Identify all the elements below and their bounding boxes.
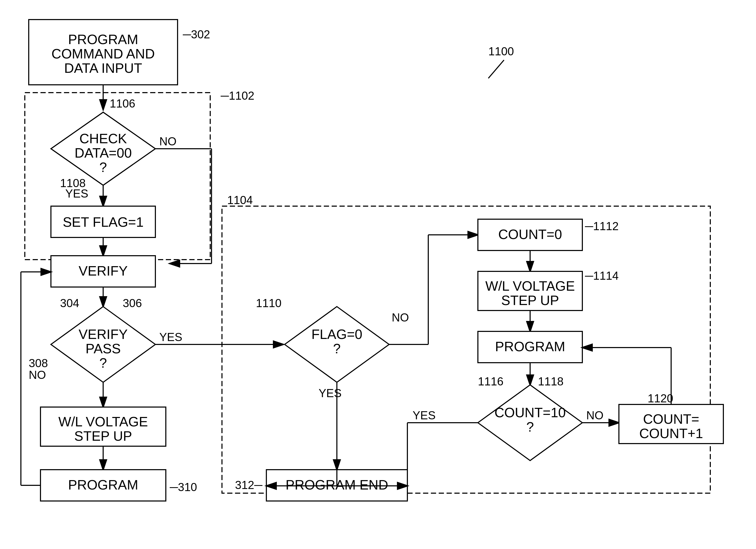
ref-302: ─302 [183,28,210,41]
verify-text: VERIFY [79,263,128,278]
ref-1114: ─1114 [585,269,619,282]
ref-308: 308 [29,357,48,369]
count-ten-no-label: NO [586,409,603,422]
ref-1108: 1108 [60,177,86,190]
count-ten-text-1: COUNT=10 [494,405,566,420]
flag-zero-text-1: FLAG=0 [311,327,362,342]
ref-306: 306 [123,297,142,309]
wl-voltage-left-text-1: W/L VOLTAGE [58,414,148,429]
verify-pass-text-1: VERIFY [79,327,128,342]
ref-1118: 1118 [538,375,564,388]
flag-zero-no-label: NO [392,311,409,324]
program-right-text: PROGRAM [495,339,565,354]
count-plus1-text-2: COUNT+1 [639,426,703,441]
check-data-text-3: ? [99,160,107,175]
verify-pass-text-2: PASS [86,341,121,356]
svg-line-2 [488,60,504,78]
ref-312: 312─ [235,479,262,491]
verify-pass-yes-label: YES [159,330,182,343]
program-command-text-2: COMMAND AND [51,46,155,61]
ref-1120: 1120 [648,392,673,405]
verify-pass-no-label: NO [29,368,46,381]
ref-1110: 1110 [256,297,282,309]
ref-1104: 1104 [227,194,253,207]
set-flag-text: SET FLAG=1 [63,215,144,230]
count-plus1-text-1: COUNT= [643,411,699,427]
ref-310: ─310 [169,481,197,493]
wl-voltage-right-text-1: W/L VOLTAGE [485,278,575,293]
ref-1106: 1106 [110,97,135,110]
wl-voltage-right-text-2: STEP UP [501,293,559,308]
wl-voltage-left-text-2: STEP UP [74,428,132,444]
program-command-text-3: DATA INPUT [64,61,142,76]
flowchart-diagram: ─1102 1104 1100 PROGRAM COMMAND AND DATA… [0,0,756,549]
ref-1112: ─1112 [585,220,619,233]
check-data-text-2: DATA=00 [74,145,132,161]
verify-pass-text-3: ? [99,355,107,370]
program-left-text: PROGRAM [68,477,138,492]
ref-304: 304 [60,297,79,309]
ref-1116: 1116 [478,375,503,388]
check-data-no-label: NO [159,135,177,148]
count-ten-yes-label: YES [413,409,436,422]
ref-1102: ─1102 [220,89,254,102]
ref-1100: 1100 [488,45,514,58]
program-command-text-1: PROGRAM [68,32,138,47]
flag-zero-text-2: ? [333,341,341,356]
check-data-text-1: CHECK [79,131,127,146]
flag-zero-yes-label: YES [319,387,342,399]
count-zero-text: COUNT=0 [498,227,562,242]
count-ten-text-2: ? [526,419,534,434]
